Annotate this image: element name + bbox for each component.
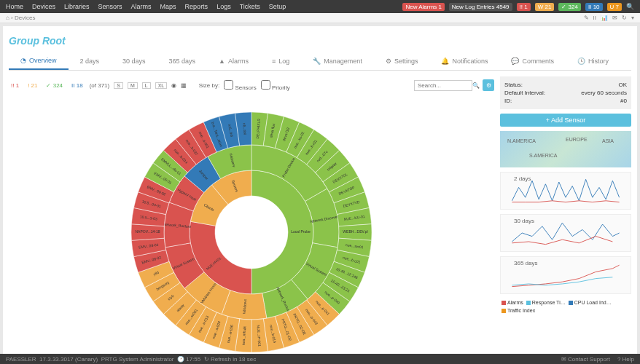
nav-tickets[interactable]: Tickets (240, 3, 260, 10)
tab-bar: ◔Overview 2 days 30 days 365 days ▲Alarm… (9, 52, 631, 71)
status-paused-badge[interactable]: II 10 (585, 3, 603, 11)
footer-brand: PAESSLER (6, 356, 36, 363)
status-indicators: New Alarms 1 New Log Entries 4549 !! 1 W… (402, 3, 634, 11)
nav-alarms[interactable]: Alarms (131, 3, 152, 10)
id-value: #0 (620, 98, 627, 104)
status-unknown-badge[interactable]: U 7 (607, 3, 622, 11)
footer-user: PRTG System Administrator (101, 356, 174, 363)
view-sunburst-icon[interactable]: ◉ (171, 82, 176, 89)
svg-text:n6...tiol: n6...tiol (242, 123, 247, 135)
tab-log[interactable]: ≡Log (260, 52, 301, 70)
interval-value: every 60 seconds (581, 90, 627, 96)
nav-maps[interactable]: Maps (160, 3, 176, 10)
menu-icon[interactable]: ▾ (631, 15, 634, 21)
overview-icon: ◔ (20, 57, 26, 64)
tab-365days[interactable]: 365 days (157, 52, 208, 70)
interval-label: Default Interval: (504, 90, 545, 96)
edit-icon[interactable]: ✎ (584, 15, 589, 21)
view-grid-icon[interactable]: ▦ (181, 82, 187, 89)
new-alarms-badge[interactable]: New Alarms 1 (402, 3, 444, 11)
top-navigation: Home Devices Libraries Sensors Alarms Ma… (0, 0, 640, 13)
svg-text:Local Probe: Local Probe (291, 229, 311, 234)
status-warn-badge[interactable]: W 21 (535, 3, 555, 11)
breadcrumb: ⌂ › Devices ✎ II 📊 ✉ ↻ ▾ (0, 13, 640, 23)
home-icon[interactable]: ⌂ (6, 15, 9, 21)
help-link[interactable]: ? Help (617, 356, 634, 363)
tab-settings[interactable]: ⚙Settings (374, 52, 430, 70)
notification-icon: 🔔 (441, 58, 449, 65)
nav-setup[interactable]: Setup (269, 3, 286, 10)
add-sensor-button[interactable]: + Add Sensor (500, 114, 631, 127)
tab-management[interactable]: 🔧Management (301, 52, 374, 70)
chart-legend: Alarms Response Ti… CPU Load Ind… Traffi… (500, 298, 631, 314)
nav-home[interactable]: Home (6, 3, 23, 10)
footer-version: 17.3.33.3017 (Canary) (39, 356, 98, 363)
main-content: Group Root ◔Overview 2 days 30 days 365 … (3, 26, 637, 364)
chart-30days[interactable]: 30 days (500, 214, 631, 252)
nav-devices[interactable]: Devices (32, 3, 55, 10)
legend-alarms: Alarms (502, 300, 523, 305)
pause-icon[interactable]: II (593, 15, 596, 21)
status-down-badge[interactable]: !! 1 (517, 3, 531, 11)
tab-30days[interactable]: 30 days (111, 52, 157, 70)
geo-map[interactable]: N.AMERICA EUROPE ASIA S.AMERICA (500, 131, 631, 167)
history-icon: 🕓 (577, 58, 585, 65)
filter-paused[interactable]: II 18 (69, 82, 85, 89)
id-label: ID: (504, 98, 512, 104)
filter-up[interactable]: ✓ 324 (44, 82, 65, 89)
size-l[interactable]: L (142, 82, 151, 89)
breadcrumb-item[interactable]: Devices (15, 15, 35, 21)
settings-button[interactable]: ⚙ (483, 79, 494, 91)
tab-comments[interactable]: 💬Comments (499, 52, 566, 70)
chart-icon[interactable]: 📊 (601, 15, 608, 21)
filter-warn[interactable]: ! 21 (26, 82, 39, 89)
size-xl[interactable]: XL (155, 82, 168, 89)
comment-icon: 💬 (511, 58, 519, 65)
size-m[interactable]: M (128, 82, 138, 89)
legend-response: Response Ti… (526, 300, 566, 305)
tab-2days[interactable]: 2 days (69, 52, 112, 70)
tab-history[interactable]: 🕓History (566, 52, 620, 70)
footer-refresh: ↻ Refresh in 18 sec (204, 356, 257, 363)
status-up-badge[interactable]: ✓ 324 (558, 3, 581, 11)
nav-libraries[interactable]: Libraries (64, 3, 90, 10)
search-submit-icon[interactable]: 🔍 (472, 82, 480, 89)
nav-sensors[interactable]: Sensors (98, 3, 122, 10)
status-label: Status: (504, 82, 523, 88)
sunburst-chart[interactable]: Local ProbeNUE-HV01ClientsServers Probe … (9, 94, 494, 364)
nav-logs[interactable]: Logs (216, 3, 231, 10)
bell-icon: ▲ (219, 58, 225, 65)
size-s[interactable]: S (114, 82, 123, 89)
legend-traffic: Traffic Index (502, 308, 535, 313)
svg-text:WEBH...DEV.pl: WEBH...DEV.pl (343, 229, 367, 234)
page-title: Group Root (9, 32, 631, 52)
legend-cpu: CPU Load Ind… (569, 300, 612, 305)
contact-support-link[interactable]: ✉ Contact Support (561, 356, 610, 363)
total-count: (of 371) (90, 82, 110, 89)
sizeby-priority[interactable]: Priority (261, 80, 290, 91)
footer-time: 🕐 17:55 (177, 356, 200, 363)
gear-icon: ⚙ (386, 58, 391, 65)
chart-365days[interactable]: 365 days (500, 256, 631, 294)
new-logs-badge[interactable]: New Log Entries 4549 (449, 3, 512, 11)
sizeby-label: Size by: (199, 82, 219, 89)
log-icon: ≡ (272, 58, 276, 65)
nav-reports[interactable]: Reports (185, 3, 208, 10)
info-box: Status:OK Default Interval:every 60 seco… (500, 76, 631, 109)
status-value: OK (618, 82, 627, 88)
mail-icon[interactable]: ✉ (612, 15, 617, 21)
filter-toolbar: !! 1 ! 21 ✓ 324 II 18 (of 371) S M L XL … (9, 76, 494, 94)
svg-text:NAPOV...14-18: NAPOV...14-18 (135, 229, 160, 234)
footer: PAESSLER 17.3.33.3017 (Canary) PRTG Syst… (0, 354, 640, 364)
tab-alarms[interactable]: ▲Alarms (207, 52, 260, 70)
refresh-icon[interactable]: ↻ (622, 15, 627, 21)
chart-2days[interactable]: 2 days (500, 172, 631, 210)
left-panel: !! 1 ! 21 ✓ 324 II 18 (of 371) S M L XL … (9, 76, 494, 364)
tab-notifications[interactable]: 🔔Notifications (429, 52, 499, 70)
tab-overview[interactable]: ◔Overview (9, 52, 69, 70)
sizeby-sensors[interactable]: Sensors (224, 80, 257, 91)
nav-links: Home Devices Libraries Sensors Alarms Ma… (6, 3, 286, 10)
filter-down[interactable]: !! 1 (9, 82, 21, 89)
search-input[interactable] (414, 80, 472, 91)
search-icon[interactable]: 🔍 (626, 3, 634, 10)
